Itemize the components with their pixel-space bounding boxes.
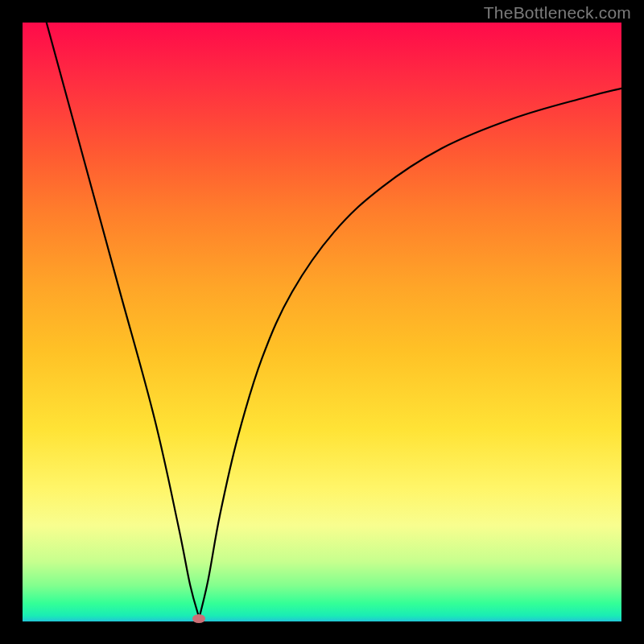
watermark-text: TheBottleneck.com xyxy=(484,3,631,23)
bottleneck-curve xyxy=(23,23,621,621)
minimum-marker xyxy=(192,614,205,623)
plot-area xyxy=(23,23,621,621)
curve-path xyxy=(47,23,621,621)
